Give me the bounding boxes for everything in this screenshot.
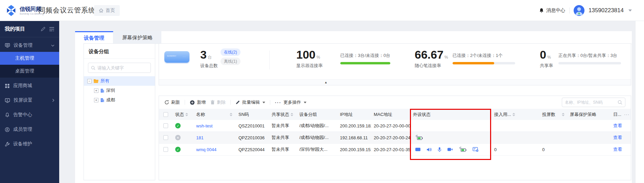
sidebar-item-desktop-management[interactable]: 桌面管理: [0, 65, 59, 78]
col-share[interactable]: 共享状态: [269, 111, 297, 118]
toolbar-divider: [270, 100, 270, 105]
ellipsis-icon: ···: [275, 100, 281, 105]
add-button[interactable]: 新增: [190, 99, 206, 105]
device-table-card: 刷新 新增 删除 批量编辑: [159, 96, 631, 180]
sn-cell: QPZ2520044: [236, 147, 269, 152]
delete-button[interactable]: 删除: [210, 99, 226, 105]
edit-project-icon[interactable]: [41, 26, 46, 32]
nav-home[interactable]: 首页: [94, 5, 120, 16]
tree-search-box[interactable]: [88, 63, 151, 73]
stat-share-rate: 0%: [540, 49, 551, 60]
col-group: 设备分组: [297, 111, 337, 118]
collapse-stats-bar[interactable]: ▲: [159, 79, 631, 85]
more-actions-button[interactable]: ··· 更多操作: [275, 99, 306, 105]
sort-icon[interactable]: [291, 113, 293, 116]
view-log-link[interactable]: 查看: [613, 135, 622, 140]
device-name-link[interactable]: wmq 0044: [196, 147, 216, 152]
share-status-cell: 暂未共享: [269, 146, 297, 152]
device-name-link[interactable]: wsh-test: [196, 123, 212, 128]
col-casts[interactable]: 投屏数: [539, 111, 567, 118]
sidebar-item-app-store[interactable]: 应用商城: [0, 79, 59, 92]
sidebar-item-alert-center[interactable]: 告警中心: [0, 108, 59, 121]
col-users[interactable]: 接入用...: [491, 111, 539, 118]
row-checkbox[interactable]: [163, 147, 168, 152]
sidebar-item-label: 投屏设置: [14, 97, 49, 103]
sn-cell: QPZ2010036: [236, 135, 269, 140]
table-search-box[interactable]: [562, 98, 625, 107]
tree-node-all[interactable]: − 所有: [84, 76, 155, 86]
sidebar: 我的项目 设备管理 主机管理 桌面管理 应用商城 投屏设置 告警中心 成员管理: [0, 21, 59, 183]
share-progress-bar: [558, 62, 621, 64]
sort-icon[interactable]: [562, 113, 565, 116]
view-log-link[interactable]: 查看: [613, 123, 622, 128]
pencil-icon: [235, 100, 240, 105]
column-settings-button[interactable]: ···: [624, 112, 629, 117]
mac-cell: 20-20-27-20-00-00: [371, 123, 410, 128]
row-checkbox[interactable]: [163, 123, 168, 128]
chevron-right-icon: [52, 99, 54, 102]
users-cell: 0: [491, 147, 539, 152]
sidebar-item-cast-settings[interactable]: 投屏设置: [0, 94, 59, 107]
col-status[interactable]: 状态: [172, 111, 193, 118]
sort-icon[interactable]: [185, 113, 188, 116]
peripherals-cell: [410, 135, 491, 140]
sidebar-item-device-management[interactable]: 设备管理: [0, 39, 59, 52]
main-area: 设备管理 屏幕保护策略 设备分组 − 所有 + 深圳: [59, 21, 644, 183]
batch-edit-label: 批量编辑: [242, 99, 260, 105]
group-cell: /深圳/智园大...: [297, 146, 337, 152]
col-name[interactable]: 名称: [193, 111, 236, 118]
col-peripherals: 外设状态: [410, 111, 491, 118]
stat-share-label: 共享率: [540, 63, 553, 69]
tree-node-label: 所有: [100, 78, 109, 84]
sort-icon[interactable]: [230, 113, 232, 116]
col-ip: IP地址: [337, 111, 371, 118]
stats-card: SUNDRAY··· 3台 设备总数 在线(2) 离线(1) 100% 显示器连…: [159, 43, 631, 85]
row-checkbox[interactable]: [163, 135, 168, 140]
expand-node-icon[interactable]: +: [94, 98, 98, 102]
collapse-node-icon[interactable]: −: [87, 79, 92, 83]
view-log-link[interactable]: 查看: [613, 147, 622, 152]
sidebar-item-device-maintenance[interactable]: 设备维护: [0, 138, 59, 150]
add-label: 新增: [197, 99, 206, 105]
expand-node-icon[interactable]: +: [94, 88, 98, 93]
project-list-icon[interactable]: [49, 27, 54, 32]
building-icon: [100, 88, 105, 93]
member-icon: [5, 127, 10, 132]
sidebar-item-host-management[interactable]: 主机管理: [0, 52, 59, 65]
dropdown-caret-icon: [262, 102, 265, 103]
stat-pen-detail: 已连接：2个/未连接：1个: [453, 53, 503, 59]
tree-node-chengdu[interactable]: + 成都: [84, 95, 155, 105]
tree-search-input[interactable]: [97, 65, 141, 70]
cast-screen-icon: [5, 98, 10, 103]
sort-icon[interactable]: [512, 113, 515, 116]
chevron-down-icon: [51, 44, 54, 47]
table-row: ✓wsh-testQSZ2010001暂未共享/成都/动物园/...200.20…: [159, 120, 631, 132]
more-actions-label: 更多操作: [283, 99, 301, 105]
user-avatar[interactable]: [574, 5, 584, 16]
refresh-button[interactable]: 刷新: [164, 99, 180, 105]
tablet-share-icon: [473, 147, 479, 152]
account-dropdown-caret[interactable]: [628, 9, 632, 12]
ip-cell: 192.168.68.11: [337, 135, 371, 140]
table-body: ✓wsh-testQSZ2010001暂未共享/成都/动物园/...200.20…: [159, 120, 631, 156]
tab-device-management[interactable]: 设备管理: [75, 31, 113, 44]
account-number[interactable]: 13590223814: [589, 7, 624, 14]
table-search-input[interactable]: [565, 100, 618, 105]
pen-battery-icon: [415, 135, 423, 140]
stat-display-rate: 100%: [296, 49, 320, 60]
message-center-button[interactable]: 消息中心: [539, 7, 565, 14]
batch-edit-button[interactable]: 批量编辑: [235, 99, 265, 105]
device-name-link[interactable]: 181: [196, 135, 204, 140]
select-all-checkbox[interactable]: [163, 112, 168, 117]
brand: 信锐同频 Sundray Co-Meeting: [5, 4, 44, 17]
tab-screensaver-policy[interactable]: 屏幕保护策略: [113, 31, 161, 44]
scrollbar-track[interactable]: [635, 21, 644, 183]
plus-circle-icon: [190, 100, 195, 105]
tree-node-shenzhen[interactable]: + 深圳: [84, 86, 155, 95]
home-icon: [99, 8, 104, 13]
sidebar-subitem-label: 主机管理: [15, 55, 34, 61]
nav-home-label: 首页: [106, 7, 115, 14]
sidebar-item-member-management[interactable]: 成员管理: [0, 123, 59, 136]
collapse-arrow-icon: ▲: [324, 81, 327, 84]
page: 信锐同频 Sundray Co-Meeting 同频会议云管系统 首页 消息中心…: [0, 0, 644, 183]
